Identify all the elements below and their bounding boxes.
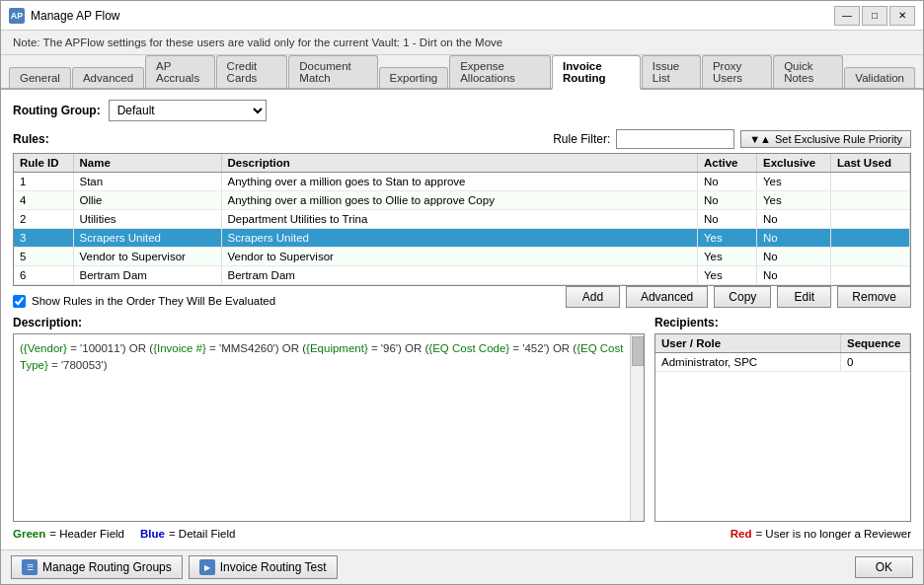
copy-button[interactable]: Copy — [714, 286, 771, 308]
cell-rule-id: 5 — [14, 248, 73, 266]
remove-button[interactable]: Remove — [837, 286, 911, 308]
tab-advanced[interactable]: Advanced — [72, 67, 144, 88]
description-box: ({Vendor} = '100011') OR ({Invoice #} = … — [13, 333, 645, 522]
cell-name: Stan — [73, 173, 221, 191]
tab-issue-list[interactable]: Issue List — [642, 55, 701, 88]
table-row[interactable]: 6 Bertram Dam Bertram Dam Yes No — [14, 266, 910, 285]
table-row[interactable]: 3 Scrapers United Scrapers United Yes No — [14, 229, 910, 248]
description-text: ({Vendor} = '100011') OR ({Invoice #} = … — [14, 334, 644, 381]
col-last-used[interactable]: Last Used — [831, 154, 910, 173]
ok-button[interactable]: OK — [855, 556, 913, 578]
recipient-user-role: Administrator, SPC — [655, 353, 841, 372]
table-row[interactable]: 1 Stan Anything over a million goes to S… — [14, 173, 910, 191]
cell-last-used — [831, 248, 910, 266]
minimize-button[interactable]: ― — [834, 6, 860, 26]
description-label: Description: — [13, 316, 645, 329]
col-sequence[interactable]: Sequence — [841, 334, 910, 353]
recipient-row[interactable]: Administrator, SPC 0 — [655, 353, 910, 372]
note-bar: Note: The APFlow settings for these user… — [1, 31, 923, 55]
manage-routing-groups-button[interactable]: ☰ Manage Routing Groups — [11, 555, 183, 579]
window-title: Manage AP Flow — [31, 9, 834, 23]
col-user-role[interactable]: User / Role — [655, 334, 841, 353]
legend-red: Red = User is no longer a Reviewer — [731, 528, 911, 540]
footer: ☰ Manage Routing Groups ▶ Invoice Routin… — [1, 549, 923, 584]
show-order-section: Show Rules in the Order They Will Be Eva… — [13, 286, 911, 316]
invoice-routing-test-button[interactable]: ▶ Invoice Routing Test — [189, 555, 338, 579]
routing-group-select[interactable]: Default — [109, 100, 267, 121]
cell-description: Vendor to Supervisor — [221, 248, 698, 266]
close-button[interactable]: ✕ — [889, 6, 915, 26]
tab-ap-accruals[interactable]: AP Accruals — [145, 55, 215, 88]
tab-credit-cards[interactable]: Credit Cards — [216, 55, 288, 88]
rule-filter-input[interactable] — [616, 129, 734, 149]
tab-expense-allocations[interactable]: Expense Allocations — [449, 55, 551, 88]
cell-last-used — [831, 173, 910, 191]
show-order-row: Show Rules in the Order They Will Be Eva… — [13, 295, 275, 308]
tab-validation[interactable]: Validation — [844, 67, 915, 88]
show-order-label: Show Rules in the Order They Will Be Eva… — [32, 295, 275, 307]
tab-quick-notes[interactable]: Quick Notes — [773, 55, 843, 88]
cell-name: Ollie — [73, 191, 221, 210]
rules-table-container: Rule ID Name Description Active Exclusiv… — [13, 153, 911, 286]
tab-proxy-users[interactable]: Proxy Users — [702, 55, 772, 88]
col-active[interactable]: Active — [698, 154, 757, 173]
advanced-button[interactable]: Advanced — [626, 286, 708, 308]
add-button[interactable]: Add — [566, 286, 620, 308]
description-scrollbar[interactable] — [630, 334, 644, 521]
cell-last-used — [831, 191, 910, 210]
cell-description: Bertram Dam — [221, 266, 698, 285]
footer-left: ☰ Manage Routing Groups ▶ Invoice Routin… — [11, 555, 338, 579]
cell-active: No — [698, 210, 757, 229]
cell-name: Utilities — [73, 210, 221, 229]
edit-button[interactable]: Edit — [777, 286, 831, 308]
cell-rule-id: 2 — [14, 210, 73, 229]
table-row[interactable]: 5 Vendor to Supervisor Vendor to Supervi… — [14, 248, 910, 266]
recipients-table: User / Role Sequence Administrator, SPC … — [655, 334, 910, 372]
maximize-button[interactable]: □ — [862, 6, 887, 26]
rules-table: Rule ID Name Description Active Exclusiv… — [14, 154, 910, 285]
description-section: Description: ({Vendor} = '100011') OR ({… — [13, 316, 645, 540]
cell-exclusive: No — [757, 210, 831, 229]
set-exclusive-rule-priority-button[interactable]: ▼▲ Set Exclusive Rule Priority — [740, 130, 911, 148]
action-buttons: Add Advanced Copy Edit Remove — [566, 286, 911, 308]
app-icon: AP — [9, 8, 25, 24]
cell-name: Vendor to Supervisor — [73, 248, 221, 266]
cell-active: No — [698, 191, 757, 210]
cell-exclusive: No — [757, 229, 831, 248]
cell-description: Scrapers United — [221, 229, 698, 248]
cell-last-used — [831, 266, 910, 285]
col-name[interactable]: Name — [73, 154, 221, 173]
cell-active: Yes — [698, 266, 757, 285]
scrollbar-thumb — [632, 336, 644, 366]
tabs-bar: General Advanced AP Accruals Credit Card… — [1, 55, 923, 90]
table-row[interactable]: 4 Ollie Anything over a million goes to … — [14, 191, 910, 210]
rule-filter-label: Rule Filter: — [553, 132, 610, 146]
cell-exclusive: Yes — [757, 191, 831, 210]
invoice-routing-icon: ▶ — [199, 559, 215, 575]
col-description[interactable]: Description — [221, 154, 698, 173]
col-exclusive[interactable]: Exclusive — [757, 154, 831, 173]
tab-general[interactable]: General — [9, 67, 71, 88]
cell-active: Yes — [698, 229, 757, 248]
cell-exclusive: No — [757, 266, 831, 285]
recipient-sequence: 0 — [841, 353, 910, 372]
cell-active: Yes — [698, 248, 757, 266]
col-rule-id[interactable]: Rule ID — [14, 154, 73, 173]
filter-section: Rule Filter: ▼▲ Set Exclusive Rule Prior… — [553, 129, 911, 149]
cell-exclusive: No — [757, 248, 831, 266]
recipients-section: Recipients: User / Role Sequence Adminis… — [654, 316, 911, 540]
show-order-checkbox[interactable] — [13, 295, 26, 308]
manage-routing-icon: ☰ — [22, 559, 38, 575]
sort-icon: ▼▲ — [749, 133, 771, 145]
cell-last-used — [831, 210, 910, 229]
cell-exclusive: Yes — [757, 173, 831, 191]
tab-document-match[interactable]: Document Match — [288, 55, 377, 88]
cell-name: Bertram Dam — [73, 266, 221, 285]
table-row[interactable]: 2 Utilities Department Utilities to Trin… — [14, 210, 910, 229]
tab-invoice-routing[interactable]: Invoice Routing — [552, 55, 641, 90]
tab-exporting[interactable]: Exporting — [379, 67, 449, 88]
cell-name: Scrapers United — [73, 229, 221, 248]
cell-active: No — [698, 173, 757, 191]
cell-description: Department Utilities to Trina — [221, 210, 698, 229]
cell-rule-id: 6 — [14, 266, 73, 285]
